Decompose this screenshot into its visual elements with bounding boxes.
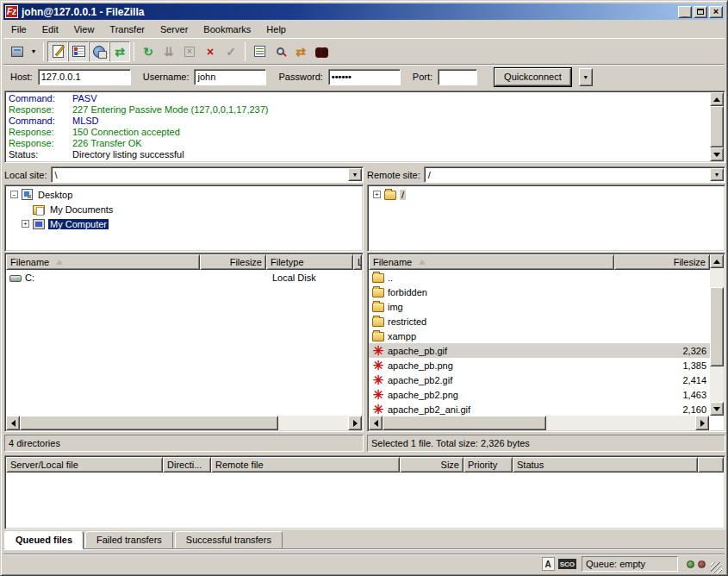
tree-item-my-computer[interactable]: + My Computer: [5, 216, 363, 231]
refresh-button[interactable]: ↻: [138, 41, 159, 62]
menu-help[interactable]: Help: [258, 22, 294, 36]
remote-file-row[interactable]: xampp: [369, 329, 710, 343]
reconnect-button[interactable]: ✓: [221, 41, 241, 62]
remote-file-row[interactable]: ✳apache_pb2.gif 2,414: [369, 373, 710, 387]
combo-dropdown-button[interactable]: ▼: [348, 168, 362, 181]
remote-file-row[interactable]: ✳apache_pb.png 1,385: [369, 358, 710, 373]
column-header-filename[interactable]: Filename: [369, 254, 614, 270]
scroll-up-button[interactable]: [710, 254, 724, 268]
host-input[interactable]: [38, 69, 131, 85]
send-indicator-led: [698, 560, 706, 568]
maximize-button[interactable]: [694, 6, 707, 18]
scrollbar-thumb[interactable]: [710, 287, 724, 366]
scroll-down-button[interactable]: [710, 147, 724, 161]
log-label: Response:: [9, 104, 72, 116]
minimize-button[interactable]: _: [678, 6, 692, 18]
local-site-label: Local site:: [4, 170, 47, 180]
port-label: Port:: [413, 72, 432, 82]
scroll-right-button[interactable]: [348, 416, 362, 430]
tree-item-desktop[interactable]: - Desktop: [5, 187, 363, 202]
column-header-remote-file[interactable]: Remote file: [211, 457, 400, 473]
tree-item-root[interactable]: + /: [368, 187, 725, 202]
tab-queued-files[interactable]: Queued files: [4, 531, 84, 549]
cancel-operation-button[interactable]: ×: [179, 41, 200, 62]
menu-view[interactable]: View: [66, 22, 103, 36]
menu-file[interactable]: File: [3, 22, 34, 36]
queue-status-panel: Queue: empty: [582, 556, 678, 572]
remote-file-row[interactable]: restricted: [369, 314, 710, 329]
process-queue-button[interactable]: ⇊: [159, 41, 179, 62]
combo-dropdown-button[interactable]: ▼: [710, 168, 724, 181]
scroll-up-button[interactable]: [710, 92, 724, 106]
remote-file-row[interactable]: ✳apache_pb2_ani.gif 2,160: [369, 402, 710, 416]
menu-server[interactable]: Server: [152, 22, 196, 36]
directory-filters-button[interactable]: [249, 41, 270, 62]
collapse-icon[interactable]: -: [10, 191, 18, 198]
tab-successful-transfers[interactable]: Successful transfers: [175, 531, 283, 548]
remote-file-row[interactable]: ✳apache_pb2.png 1,463: [369, 387, 710, 402]
log-label: Command:: [9, 116, 72, 127]
port-input[interactable]: [438, 69, 477, 85]
remote-horizontal-scrollbar[interactable]: [369, 416, 709, 430]
remote-site-combo[interactable]: / ▼: [424, 166, 725, 183]
filename-text: apache_pb.png: [388, 360, 453, 371]
queue-tabs: Queued files Failed transfers Successful…: [4, 531, 284, 549]
remote-file-row[interactable]: img: [369, 299, 710, 314]
filesize-text: 1,385: [614, 360, 710, 371]
toggle-message-log-button[interactable]: [47, 41, 68, 62]
menu-transfer[interactable]: Transfer: [102, 22, 152, 36]
scrollbar-thumb[interactable]: [383, 416, 546, 430]
column-header-filesize[interactable]: Filesize: [200, 254, 266, 270]
remote-file-row[interactable]: forbidden: [369, 285, 710, 299]
directory-comparison-button[interactable]: [270, 41, 290, 62]
expand-icon[interactable]: +: [22, 220, 29, 228]
username-input[interactable]: [194, 69, 266, 85]
close-button[interactable]: ×: [709, 6, 723, 18]
remote-file-row[interactable]: ..: [369, 270, 710, 285]
scrollbar-thumb[interactable]: [20, 416, 278, 430]
menu-bookmarks[interactable]: Bookmarks: [196, 22, 258, 36]
quickconnect-dropdown-button[interactable]: ▼: [579, 68, 593, 86]
column-header-filetype[interactable]: Filetype: [266, 254, 353, 270]
column-header-status[interactable]: Status: [513, 457, 698, 473]
synchronized-browsing-button[interactable]: ⇄: [290, 41, 311, 62]
remote-vertical-scrollbar[interactable]: [710, 254, 724, 416]
column-header-direction[interactable]: Directi...: [163, 457, 211, 473]
column-header-priority[interactable]: Priority: [464, 457, 513, 473]
column-header-lastmodified[interactable]: L: [353, 254, 362, 270]
column-header-filename[interactable]: Filename: [6, 254, 200, 270]
expand-icon[interactable]: +: [373, 191, 381, 198]
scroll-left-button[interactable]: [6, 416, 20, 430]
quickconnect-button[interactable]: Quickconnect: [495, 68, 571, 86]
local-horizontal-scrollbar[interactable]: [6, 416, 362, 430]
column-header-size[interactable]: Size: [400, 457, 464, 473]
tree-item-my-documents[interactable]: My Documents: [5, 202, 363, 216]
remote-file-row-selected[interactable]: ✳apache_pb.gif 2,326: [369, 343, 710, 358]
scroll-left-button[interactable]: [369, 416, 383, 430]
status-bar: A SCO Queue: empty: [3, 554, 725, 573]
menu-edit[interactable]: Edit: [34, 22, 66, 36]
filename-text: xampp: [388, 331, 416, 341]
toggle-transfer-queue-button[interactable]: ⇄: [109, 41, 130, 62]
scroll-down-button[interactable]: [710, 402, 724, 416]
log-scrollbar[interactable]: [710, 92, 724, 161]
toggle-remote-tree-button[interactable]: [89, 41, 109, 62]
column-header-server-local-file[interactable]: Server/Local file: [6, 457, 163, 473]
site-manager-button[interactable]: [7, 41, 28, 62]
title-bar[interactable]: Fz john@127.0.0.1 - FileZilla _ ×: [3, 3, 725, 20]
column-header-filesize[interactable]: Filesize: [614, 254, 710, 270]
password-input[interactable]: [328, 69, 401, 85]
local-site-combo[interactable]: \ ▼: [51, 166, 364, 183]
tree-item-label: My Computer: [48, 219, 109, 229]
resize-grip[interactable]: [711, 562, 722, 573]
tab-failed-transfers[interactable]: Failed transfers: [85, 531, 173, 548]
site-manager-dropdown-button[interactable]: ▼: [28, 41, 40, 62]
my-computer-icon: [33, 219, 45, 229]
local-file-row[interactable]: C: Local Disk: [6, 270, 362, 285]
find-files-button[interactable]: [311, 41, 332, 62]
scrollbar-thumb[interactable]: [710, 106, 724, 147]
log-line: Response:226 Transfer OK: [9, 138, 707, 149]
disconnect-button[interactable]: ×: [200, 41, 221, 62]
toggle-local-tree-button[interactable]: [68, 41, 89, 62]
scroll-right-button[interactable]: [695, 416, 709, 430]
